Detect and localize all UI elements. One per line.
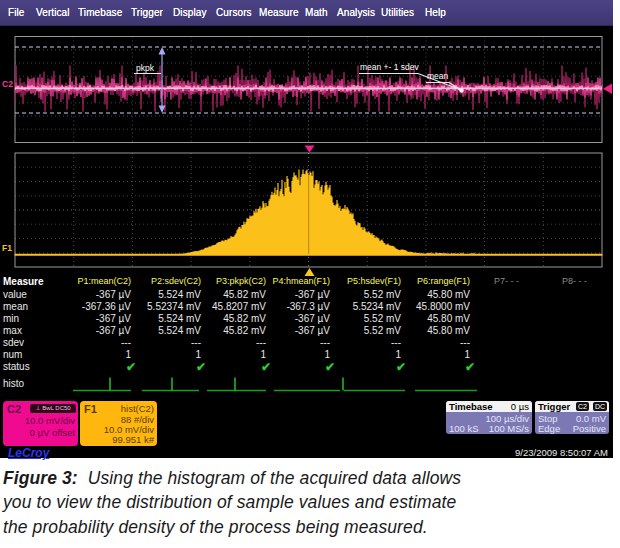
svg-text:F1: F1 [2, 243, 12, 253]
svg-text:pkpk: pkpk [136, 63, 155, 73]
svg-text:C2: C2 [2, 79, 13, 89]
svg-text:mean +- 1 sdev: mean +- 1 sdev [360, 62, 420, 72]
svg-text:mean: mean [427, 71, 449, 81]
